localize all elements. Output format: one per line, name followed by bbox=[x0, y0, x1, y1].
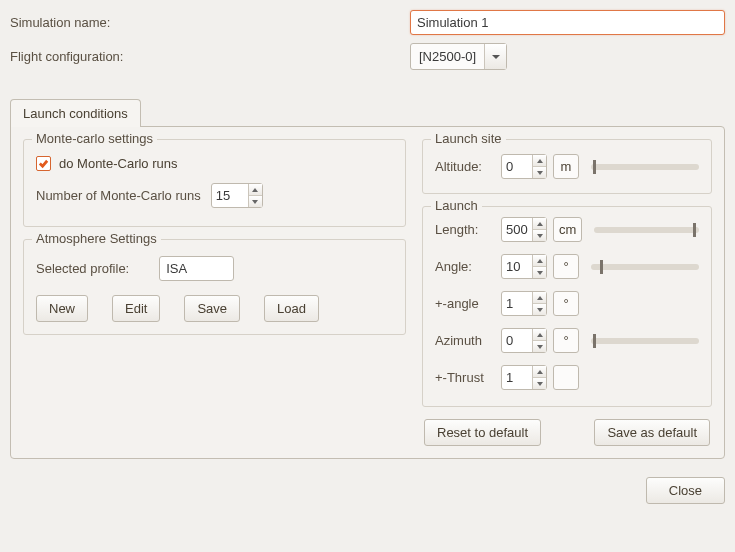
angle-row: Angle: ° bbox=[435, 254, 699, 279]
left-column: Monte-carlo settings do Monte-Carlo runs… bbox=[23, 139, 406, 446]
simulation-name-input[interactable] bbox=[410, 10, 725, 35]
defaults-row: Reset to default Save as default bbox=[422, 419, 712, 446]
pm-thrust-row: +-Thrust bbox=[435, 365, 699, 390]
length-row: Length: cm bbox=[435, 217, 699, 242]
pm-thrust-spinbox[interactable] bbox=[501, 365, 547, 390]
altitude-spin-buttons[interactable] bbox=[532, 155, 546, 178]
angle-input[interactable] bbox=[502, 255, 532, 278]
tab-launch-conditions-pane: Monte-carlo settings do Monte-Carlo runs… bbox=[10, 126, 725, 459]
angle-label: Angle: bbox=[435, 259, 495, 274]
pm-thrust-spin-buttons[interactable] bbox=[532, 366, 546, 389]
flight-config-select[interactable]: [N2500-0] bbox=[410, 43, 507, 70]
angle-slider[interactable] bbox=[591, 264, 699, 270]
spin-up-icon[interactable] bbox=[533, 329, 546, 341]
azimuth-spinbox[interactable] bbox=[501, 328, 547, 353]
spin-down-icon[interactable] bbox=[533, 378, 546, 389]
azimuth-input[interactable] bbox=[502, 329, 532, 352]
launch-site-legend: Launch site bbox=[431, 131, 506, 146]
length-spinbox[interactable] bbox=[501, 217, 547, 242]
spin-up-icon[interactable] bbox=[533, 366, 546, 378]
spin-up-icon[interactable] bbox=[249, 184, 262, 196]
load-button[interactable]: Load bbox=[264, 295, 319, 322]
launch-fieldset: Launch Length: cm Angle: bbox=[422, 206, 712, 407]
right-column: Launch site Altitude: m Launch bbox=[422, 139, 712, 446]
altitude-spinbox[interactable] bbox=[501, 154, 547, 179]
pm-thrust-input[interactable] bbox=[502, 366, 532, 389]
flight-config-label: Flight configuration: bbox=[10, 49, 410, 64]
reset-to-default-button[interactable]: Reset to default bbox=[424, 419, 541, 446]
num-runs-spinbox[interactable] bbox=[211, 183, 263, 208]
do-monte-carlo-checkbox[interactable] bbox=[36, 156, 51, 171]
azimuth-label: Azimuth bbox=[435, 333, 495, 348]
tab-bar: Launch conditions bbox=[10, 98, 725, 126]
length-slider[interactable] bbox=[594, 227, 699, 233]
pm-thrust-unit[interactable] bbox=[553, 365, 579, 390]
altitude-unit[interactable]: m bbox=[553, 154, 579, 179]
selected-profile-label: Selected profile: bbox=[36, 261, 129, 276]
chevron-down-icon[interactable] bbox=[484, 44, 506, 69]
num-runs-row: Number of Monte-Carlo runs bbox=[36, 183, 393, 208]
atmosphere-fieldset: Atmosphere Settings Selected profile: Ne… bbox=[23, 239, 406, 335]
simulation-name-label: Simulation name: bbox=[10, 15, 410, 30]
spin-down-icon[interactable] bbox=[533, 341, 546, 352]
altitude-slider[interactable] bbox=[591, 164, 699, 170]
spin-down-icon[interactable] bbox=[533, 230, 546, 241]
angle-spinbox[interactable] bbox=[501, 254, 547, 279]
spin-up-icon[interactable] bbox=[533, 155, 546, 167]
launch-site-fieldset: Launch site Altitude: m bbox=[422, 139, 712, 194]
atmosphere-button-row: New Edit Save Load bbox=[36, 295, 393, 322]
spin-down-icon[interactable] bbox=[533, 167, 546, 178]
length-label: Length: bbox=[435, 222, 495, 237]
spin-down-icon[interactable] bbox=[249, 196, 262, 207]
altitude-label: Altitude: bbox=[435, 159, 495, 174]
tab-launch-conditions[interactable]: Launch conditions bbox=[10, 99, 141, 127]
do-monte-carlo-row: do Monte-Carlo runs bbox=[36, 156, 393, 171]
do-monte-carlo-label: do Monte-Carlo runs bbox=[59, 156, 178, 171]
num-runs-spin-buttons[interactable] bbox=[248, 184, 262, 207]
close-button[interactable]: Close bbox=[646, 477, 725, 504]
length-input[interactable] bbox=[502, 218, 532, 241]
pm-angle-input[interactable] bbox=[502, 292, 532, 315]
flight-config-value: [N2500-0] bbox=[411, 49, 484, 64]
launch-legend: Launch bbox=[431, 198, 482, 213]
pm-angle-row: +-angle ° bbox=[435, 291, 699, 316]
num-runs-input[interactable] bbox=[212, 184, 248, 207]
spin-up-icon[interactable] bbox=[533, 255, 546, 267]
atmosphere-legend: Atmosphere Settings bbox=[32, 231, 161, 246]
length-spin-buttons[interactable] bbox=[532, 218, 546, 241]
num-runs-label: Number of Monte-Carlo runs bbox=[36, 188, 201, 203]
spin-up-icon[interactable] bbox=[533, 292, 546, 304]
angle-spin-buttons[interactable] bbox=[532, 255, 546, 278]
save-button[interactable]: Save bbox=[184, 295, 240, 322]
pm-angle-label: +-angle bbox=[435, 296, 495, 311]
pm-thrust-label: +-Thrust bbox=[435, 370, 495, 385]
save-as-default-button[interactable]: Save as default bbox=[594, 419, 710, 446]
altitude-row: Altitude: m bbox=[435, 154, 699, 179]
pm-angle-spinbox[interactable] bbox=[501, 291, 547, 316]
simulation-name-row: Simulation name: bbox=[10, 10, 725, 35]
footer: Close bbox=[10, 477, 725, 504]
new-button[interactable]: New bbox=[36, 295, 88, 322]
length-unit[interactable]: cm bbox=[553, 217, 582, 242]
spin-down-icon[interactable] bbox=[533, 304, 546, 315]
spin-up-icon[interactable] bbox=[533, 218, 546, 230]
spin-down-icon[interactable] bbox=[533, 267, 546, 278]
monte-carlo-legend: Monte-carlo settings bbox=[32, 131, 157, 146]
azimuth-row: Azimuth ° bbox=[435, 328, 699, 353]
angle-unit[interactable]: ° bbox=[553, 254, 579, 279]
altitude-input[interactable] bbox=[502, 155, 532, 178]
edit-button[interactable]: Edit bbox=[112, 295, 160, 322]
selected-profile-row: Selected profile: bbox=[36, 256, 393, 281]
azimuth-unit[interactable]: ° bbox=[553, 328, 579, 353]
pm-angle-spin-buttons[interactable] bbox=[532, 292, 546, 315]
selected-profile-input[interactable] bbox=[159, 256, 234, 281]
azimuth-slider[interactable] bbox=[591, 338, 699, 344]
monte-carlo-fieldset: Monte-carlo settings do Monte-Carlo runs… bbox=[23, 139, 406, 227]
pm-angle-unit[interactable]: ° bbox=[553, 291, 579, 316]
tabs: Launch conditions Monte-carlo settings d… bbox=[10, 98, 725, 459]
flight-config-row: Flight configuration: [N2500-0] bbox=[10, 43, 725, 70]
azimuth-spin-buttons[interactable] bbox=[532, 329, 546, 352]
